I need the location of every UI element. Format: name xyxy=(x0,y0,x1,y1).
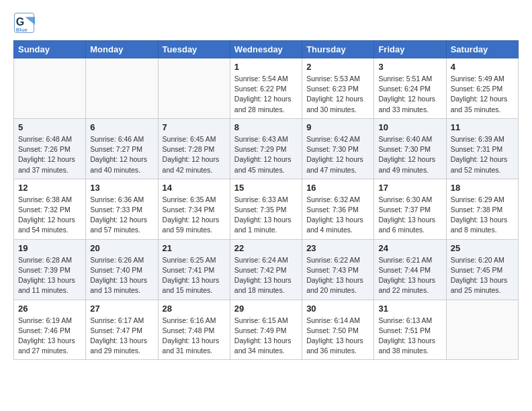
calendar-cell: 16Sunrise: 6:32 AM Sunset: 7:36 PM Dayli… xyxy=(302,179,374,239)
calendar-cell: 10Sunrise: 6:40 AM Sunset: 7:30 PM Dayli… xyxy=(374,118,446,179)
day-number: 11 xyxy=(451,122,514,132)
day-info: Sunrise: 6:13 AM Sunset: 7:51 PM Dayligh… xyxy=(378,316,441,357)
day-number: 2 xyxy=(306,62,369,72)
day-number: 25 xyxy=(451,243,514,253)
day-number: 21 xyxy=(163,243,226,253)
calendar-cell xyxy=(446,300,518,360)
page: G Blue SundayMondayTuesdayWednesdayThurs… xyxy=(0,0,532,372)
day-info: Sunrise: 6:15 AM Sunset: 7:49 PM Dayligh… xyxy=(234,316,298,357)
day-info: Sunrise: 6:30 AM Sunset: 7:37 PM Dayligh… xyxy=(378,195,441,236)
day-number: 6 xyxy=(90,122,153,132)
day-number: 27 xyxy=(90,304,153,314)
day-info: Sunrise: 6:46 AM Sunset: 7:27 PM Dayligh… xyxy=(90,134,153,175)
day-info: Sunrise: 6:36 AM Sunset: 7:33 PM Dayligh… xyxy=(90,195,153,236)
day-number: 12 xyxy=(18,183,81,193)
weekday-header-tuesday: Tuesday xyxy=(158,41,230,58)
calendar-cell: 30Sunrise: 6:14 AM Sunset: 7:50 PM Dayli… xyxy=(302,300,374,360)
calendar-cell xyxy=(86,58,158,119)
weekday-header-monday: Monday xyxy=(86,41,158,58)
svg-text:G: G xyxy=(16,16,24,28)
day-info: Sunrise: 6:26 AM Sunset: 7:40 PM Dayligh… xyxy=(90,255,153,296)
calendar-cell: 25Sunrise: 6:20 AM Sunset: 7:45 PM Dayli… xyxy=(446,239,518,300)
day-info: Sunrise: 6:38 AM Sunset: 7:32 PM Dayligh… xyxy=(18,195,81,236)
calendar-cell xyxy=(158,58,230,119)
calendar-week-3: 12Sunrise: 6:38 AM Sunset: 7:32 PM Dayli… xyxy=(14,179,519,239)
weekday-header-sunday: Sunday xyxy=(14,41,86,58)
logo: G Blue xyxy=(13,12,38,34)
calendar-cell: 13Sunrise: 6:36 AM Sunset: 7:33 PM Dayli… xyxy=(86,179,158,239)
svg-text:Blue: Blue xyxy=(16,27,28,33)
day-info: Sunrise: 5:53 AM Sunset: 6:23 PM Dayligh… xyxy=(306,74,369,115)
day-number: 16 xyxy=(306,183,369,193)
day-number: 13 xyxy=(90,183,153,193)
weekday-header-saturday: Saturday xyxy=(446,41,518,58)
day-number: 7 xyxy=(163,122,226,132)
calendar-table: SundayMondayTuesdayWednesdayThursdayFrid… xyxy=(13,40,519,360)
day-number: 1 xyxy=(234,62,298,72)
calendar-cell: 22Sunrise: 6:24 AM Sunset: 7:42 PM Dayli… xyxy=(230,239,302,300)
day-info: Sunrise: 6:24 AM Sunset: 7:42 PM Dayligh… xyxy=(234,255,298,296)
day-number: 3 xyxy=(378,62,441,72)
day-info: Sunrise: 5:49 AM Sunset: 6:25 PM Dayligh… xyxy=(451,74,514,115)
calendar-cell: 26Sunrise: 6:19 AM Sunset: 7:46 PM Dayli… xyxy=(14,300,86,360)
calendar-cell: 11Sunrise: 6:39 AM Sunset: 7:31 PM Dayli… xyxy=(446,118,518,179)
calendar-cell: 31Sunrise: 6:13 AM Sunset: 7:51 PM Dayli… xyxy=(374,300,446,360)
calendar-cell: 27Sunrise: 6:17 AM Sunset: 7:47 PM Dayli… xyxy=(86,300,158,360)
calendar-cell: 19Sunrise: 6:28 AM Sunset: 7:39 PM Dayli… xyxy=(14,239,86,300)
calendar-cell: 12Sunrise: 6:38 AM Sunset: 7:32 PM Dayli… xyxy=(14,179,86,239)
day-number: 24 xyxy=(378,243,441,253)
day-info: Sunrise: 6:40 AM Sunset: 7:30 PM Dayligh… xyxy=(378,134,441,175)
calendar-cell: 28Sunrise: 6:16 AM Sunset: 7:48 PM Dayli… xyxy=(158,300,230,360)
day-number: 30 xyxy=(306,304,369,314)
weekday-header-thursday: Thursday xyxy=(302,41,374,58)
calendar-cell: 15Sunrise: 6:33 AM Sunset: 7:35 PM Dayli… xyxy=(230,179,302,239)
day-info: Sunrise: 5:54 AM Sunset: 6:22 PM Dayligh… xyxy=(234,74,298,115)
weekday-header-friday: Friday xyxy=(374,41,446,58)
day-info: Sunrise: 6:48 AM Sunset: 7:26 PM Dayligh… xyxy=(18,134,81,175)
day-info: Sunrise: 6:32 AM Sunset: 7:36 PM Dayligh… xyxy=(306,195,369,236)
calendar-cell: 4Sunrise: 5:49 AM Sunset: 6:25 PM Daylig… xyxy=(446,58,518,119)
calendar-week-1: 1Sunrise: 5:54 AM Sunset: 6:22 PM Daylig… xyxy=(14,58,519,119)
calendar-cell: 29Sunrise: 6:15 AM Sunset: 7:49 PM Dayli… xyxy=(230,300,302,360)
day-number: 4 xyxy=(451,62,514,72)
day-info: Sunrise: 6:22 AM Sunset: 7:43 PM Dayligh… xyxy=(306,255,369,296)
calendar-cell: 1Sunrise: 5:54 AM Sunset: 6:22 PM Daylig… xyxy=(230,58,302,119)
day-info: Sunrise: 6:35 AM Sunset: 7:34 PM Dayligh… xyxy=(163,195,226,236)
logo-icon: G Blue xyxy=(13,12,35,34)
weekday-header-row: SundayMondayTuesdayWednesdayThursdayFrid… xyxy=(14,41,519,58)
day-number: 31 xyxy=(378,304,441,314)
calendar-cell: 6Sunrise: 6:46 AM Sunset: 7:27 PM Daylig… xyxy=(86,118,158,179)
calendar-cell: 18Sunrise: 6:29 AM Sunset: 7:38 PM Dayli… xyxy=(446,179,518,239)
day-number: 15 xyxy=(234,183,298,193)
day-number: 22 xyxy=(234,243,298,253)
day-number: 29 xyxy=(234,304,298,314)
day-number: 23 xyxy=(306,243,369,253)
day-info: Sunrise: 5:51 AM Sunset: 6:24 PM Dayligh… xyxy=(378,74,441,115)
day-info: Sunrise: 6:17 AM Sunset: 7:47 PM Dayligh… xyxy=(90,316,153,357)
calendar-cell: 9Sunrise: 6:42 AM Sunset: 7:30 PM Daylig… xyxy=(302,118,374,179)
calendar-week-5: 26Sunrise: 6:19 AM Sunset: 7:46 PM Dayli… xyxy=(14,300,519,360)
day-number: 19 xyxy=(18,243,81,253)
header: G Blue xyxy=(13,12,519,34)
calendar-cell: 24Sunrise: 6:21 AM Sunset: 7:44 PM Dayli… xyxy=(374,239,446,300)
calendar-cell: 5Sunrise: 6:48 AM Sunset: 7:26 PM Daylig… xyxy=(14,118,86,179)
day-number: 28 xyxy=(163,304,226,314)
day-info: Sunrise: 6:19 AM Sunset: 7:46 PM Dayligh… xyxy=(18,316,81,357)
day-info: Sunrise: 6:39 AM Sunset: 7:31 PM Dayligh… xyxy=(451,134,514,175)
day-info: Sunrise: 6:16 AM Sunset: 7:48 PM Dayligh… xyxy=(163,316,226,357)
day-info: Sunrise: 6:33 AM Sunset: 7:35 PM Dayligh… xyxy=(234,195,298,236)
day-number: 5 xyxy=(18,122,81,132)
calendar-week-2: 5Sunrise: 6:48 AM Sunset: 7:26 PM Daylig… xyxy=(14,118,519,179)
day-info: Sunrise: 6:20 AM Sunset: 7:45 PM Dayligh… xyxy=(451,255,514,296)
calendar-cell: 3Sunrise: 5:51 AM Sunset: 6:24 PM Daylig… xyxy=(374,58,446,119)
day-info: Sunrise: 6:25 AM Sunset: 7:41 PM Dayligh… xyxy=(163,255,226,296)
day-info: Sunrise: 6:21 AM Sunset: 7:44 PM Dayligh… xyxy=(378,255,441,296)
calendar-cell: 7Sunrise: 6:45 AM Sunset: 7:28 PM Daylig… xyxy=(158,118,230,179)
day-info: Sunrise: 6:45 AM Sunset: 7:28 PM Dayligh… xyxy=(163,134,226,175)
day-number: 10 xyxy=(378,122,441,132)
day-number: 26 xyxy=(18,304,81,314)
day-number: 8 xyxy=(234,122,298,132)
calendar-cell xyxy=(14,58,86,119)
day-number: 20 xyxy=(90,243,153,253)
calendar-cell: 8Sunrise: 6:43 AM Sunset: 7:29 PM Daylig… xyxy=(230,118,302,179)
